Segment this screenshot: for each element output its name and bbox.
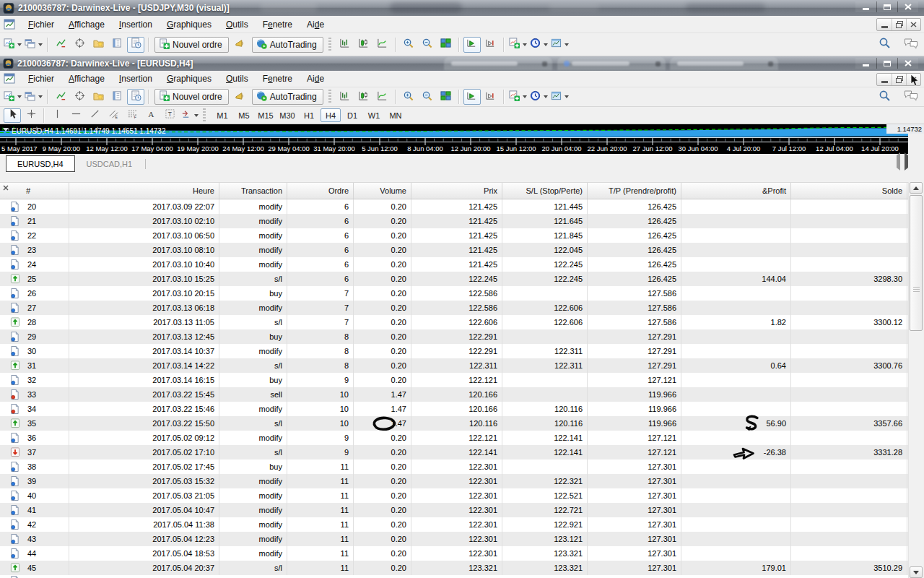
timeframe-D1[interactable]: D1 <box>342 108 362 122</box>
child-restore-button[interactable] <box>892 19 906 30</box>
table-row[interactable]: 292017.03.13 12:45buy80.20122.291127.291 <box>0 329 908 344</box>
text-a-button[interactable]: A <box>142 108 160 123</box>
toolbar-grip[interactable] <box>328 90 331 104</box>
chart-tab-usdcad-h1[interactable]: USDCAD,H1 <box>75 155 144 172</box>
minimize-button[interactable] <box>855 58 876 69</box>
indicators-button[interactable] <box>508 89 528 105</box>
table-row[interactable]: 402017.05.03 21:05modify110.20122.301122… <box>0 488 908 503</box>
search-icon[interactable] <box>879 37 891 52</box>
market-watch-button[interactable] <box>127 37 144 53</box>
tab-scroll-left-button[interactable] <box>897 155 900 168</box>
timeframe-M5[interactable]: M5 <box>234 108 254 122</box>
table-row[interactable]: 262017.03.10 20:15buy70.20122.586127.586 <box>0 286 908 301</box>
menu-outils[interactable]: Outils <box>219 18 256 31</box>
visual-play-button[interactable] <box>463 37 481 53</box>
zoom-out-button[interactable] <box>419 37 436 53</box>
tile-windows-button[interactable] <box>437 89 455 105</box>
menu-insertion[interactable]: Insertion <box>112 72 160 85</box>
line-chart-button[interactable] <box>374 37 391 53</box>
timeframe-M1[interactable]: M1 <box>212 108 232 122</box>
menu-graphiques[interactable]: Graphiques <box>160 18 219 31</box>
autotrading-button[interactable]: AutoTrading <box>252 37 323 53</box>
fibo-button[interactable]: F <box>123 108 141 123</box>
profiles-button[interactable] <box>24 37 43 53</box>
zoom-in-button[interactable] <box>400 89 417 105</box>
menu-insertion[interactable]: Insertion <box>112 18 160 31</box>
templates-button[interactable] <box>550 89 570 105</box>
tick-chart-button[interactable] <box>52 89 69 105</box>
minimize-button[interactable] <box>855 1 876 12</box>
new-chart-button[interactable] <box>3 89 22 105</box>
menu-fenetre[interactable]: Fenetre <box>256 18 300 31</box>
journal-button[interactable] <box>108 89 126 105</box>
journal-button[interactable] <box>108 37 126 53</box>
table-row[interactable]: 372017.05.02 17:10s/l90.20122.141122.141… <box>0 445 908 460</box>
table-row[interactable]: 252017.03.10 15:25s/l60.20122.245122.245… <box>0 272 908 286</box>
favorites-button[interactable] <box>90 37 107 53</box>
tick-chart-button[interactable] <box>52 37 69 53</box>
table-row[interactable]: 342017.03.22 15:46modify101.47120.166120… <box>0 402 908 416</box>
child-minimize-button[interactable] <box>877 74 892 85</box>
hline-button[interactable] <box>67 108 84 123</box>
toolbar-grip[interactable] <box>328 38 331 52</box>
table-row[interactable]: 212017.03.10 02:10modify60.20121.425121.… <box>0 214 908 228</box>
market-watch-button[interactable] <box>127 89 144 105</box>
tile-windows-button[interactable] <box>437 37 455 53</box>
scrollbar-thumb[interactable] <box>910 195 923 331</box>
scroll-up-button[interactable] <box>910 182 923 194</box>
table-row[interactable]: 432017.05.04 12:23modify110.20122.301123… <box>0 532 908 546</box>
vline-button[interactable] <box>48 108 66 123</box>
maximize-button[interactable] <box>876 58 897 69</box>
close-button[interactable] <box>897 1 918 12</box>
channel-button[interactable]: E <box>105 108 122 123</box>
child-close-button[interactable] <box>906 19 920 30</box>
favorites-button[interactable] <box>90 89 107 105</box>
table-row[interactable]: 412017.05.04 10:47modify110.20122.301122… <box>0 503 908 517</box>
table-row[interactable]: 382017.05.02 17:45buy110.20122.301127.30… <box>0 460 908 474</box>
table-row[interactable]: 302017.03.14 10:37modify80.20122.291122.… <box>0 344 908 358</box>
menu-fichier[interactable]: Fichier <box>21 72 61 85</box>
bar-chart-button[interactable] <box>336 37 354 53</box>
child-restore-button[interactable] <box>892 74 906 85</box>
toolbar-grip[interactable] <box>203 108 206 123</box>
chart-tab-eurusd-h4[interactable]: EURUSD,H4 <box>6 155 75 172</box>
timeframe-M30[interactable]: M30 <box>277 108 297 122</box>
scroll-down-button[interactable] <box>910 566 923 578</box>
candle-chart-button[interactable] <box>355 37 372 53</box>
table-row[interactable]: 222017.03.10 06:50modify60.20121.425121.… <box>0 228 908 243</box>
line-chart-button[interactable] <box>374 89 391 105</box>
periods-button[interactable] <box>529 37 549 53</box>
close-button[interactable] <box>897 58 918 69</box>
menu-graphiques[interactable]: Graphiques <box>160 72 219 85</box>
templates-button[interactable] <box>550 37 570 53</box>
timeframe-MN[interactable]: MN <box>385 108 406 122</box>
menu-affichage[interactable]: Affichage <box>61 18 112 31</box>
visual-step-button[interactable] <box>482 37 500 53</box>
menu-fichier[interactable]: Fichier <box>21 18 61 31</box>
megaphone-button[interactable] <box>232 89 249 105</box>
table-row[interactable]: 312017.03.14 14:22s/l80.20122.311122.311… <box>0 358 908 373</box>
cursor-button[interactable] <box>4 108 21 123</box>
crosshair2-button[interactable] <box>22 108 40 123</box>
table-row[interactable]: 352017.03.22 15:50s/l101.47120.116120.11… <box>0 416 908 431</box>
trendline-button[interactable] <box>86 108 103 123</box>
tab-scroll-right-button[interactable] <box>905 155 908 168</box>
indicators-button[interactable] <box>508 37 528 53</box>
new-order-button[interactable]: Nouvel ordre <box>154 89 229 105</box>
visual-play-button[interactable] <box>463 89 481 105</box>
megaphone-button[interactable] <box>232 37 249 53</box>
table-row[interactable]: 362017.05.02 09:12modify90.20122.121122.… <box>0 431 908 445</box>
text-box-button[interactable]: T <box>161 108 178 123</box>
new-order-button[interactable]: Nouvel ordre <box>154 37 229 53</box>
crosshair-button[interactable] <box>71 37 88 53</box>
new-chart-button[interactable] <box>3 37 22 53</box>
menu-affichage[interactable]: Affichage <box>61 72 112 85</box>
timeframe-W1[interactable]: W1 <box>364 108 384 122</box>
timeframe-H1[interactable]: H1 <box>299 108 319 122</box>
periods-button[interactable] <box>529 89 549 105</box>
menu-aide[interactable]: Aide <box>300 18 331 31</box>
menu-fenetre[interactable]: Fenetre <box>256 72 300 85</box>
zoom-out-button[interactable] <box>419 89 436 105</box>
table-row[interactable]: 452017.05.04 20:37s/l110.20123.321123.32… <box>0 561 908 575</box>
menu-outils[interactable]: Outils <box>219 72 256 85</box>
